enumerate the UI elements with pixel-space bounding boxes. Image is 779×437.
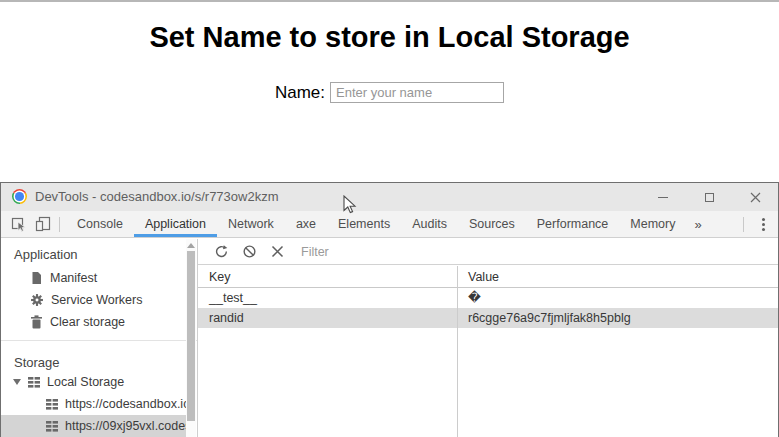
filter-input[interactable]	[301, 245, 501, 259]
tab-application[interactable]: Application	[134, 211, 217, 237]
cell-value[interactable]: r6cgge76a9c7fjmljfak8h5pblg	[457, 308, 778, 328]
tab-console[interactable]: Console	[66, 211, 134, 237]
menu-separator	[743, 217, 744, 232]
disclosure-triangle-icon[interactable]	[13, 379, 21, 385]
column-header-value: Value	[457, 266, 778, 287]
devtools-content: Application Manifest	[1, 239, 778, 437]
local-storage-panel: Key Value __test__ � randid r6cgge76a9c7…	[198, 239, 778, 437]
delete-selected-button[interactable]	[263, 239, 291, 265]
table-header-row: Key Value	[198, 266, 778, 288]
more-tabs-icon[interactable]: »	[686, 211, 709, 237]
sidebar-item-clear-storage[interactable]: Clear storage	[1, 311, 197, 333]
tab-audits[interactable]: Audits	[401, 211, 458, 237]
table-grid-icon	[45, 398, 59, 411]
window-controls	[640, 183, 778, 211]
scroll-up-icon[interactable]	[187, 243, 195, 248]
sidebar-item-local-storage[interactable]: Local Storage	[1, 371, 197, 393]
tab-performance[interactable]: Performance	[526, 211, 620, 237]
table-row-randid[interactable]: randid r6cgge76a9c7fjmljfak8h5pblg	[198, 308, 778, 328]
tabbar-spacer	[710, 211, 739, 237]
document-icon	[30, 271, 43, 285]
screen: Set Name to store in Local Storage Name:…	[0, 0, 779, 437]
sidebar-item-manifest[interactable]: Manifest	[1, 267, 197, 289]
scrollbar-thumb[interactable]	[187, 251, 195, 421]
table-row-test[interactable]: __test__ �	[198, 288, 778, 308]
tab-network[interactable]: Network	[217, 211, 285, 237]
device-toolbar-button[interactable]	[31, 211, 55, 237]
trash-icon	[30, 315, 43, 329]
table-grid-icon	[27, 376, 41, 389]
storage-toolbar	[198, 239, 778, 265]
minimize-button[interactable]	[640, 183, 686, 211]
cell-key[interactable]: __test__	[198, 288, 457, 308]
close-button[interactable]	[732, 183, 778, 211]
column-header-key: Key	[198, 266, 457, 287]
sidebar-section-application: Application	[1, 239, 197, 267]
maximize-button[interactable]	[686, 183, 732, 211]
inspect-element-button[interactable]	[7, 211, 31, 237]
chrome-logo-icon	[12, 189, 27, 204]
refresh-icon	[214, 244, 229, 259]
clear-icon	[271, 245, 284, 258]
block-button[interactable]	[235, 239, 263, 265]
sidebar-scrollbar[interactable]	[186, 239, 196, 437]
cell-value[interactable]: �	[457, 288, 778, 308]
sidebar-item-origin-codesandbox[interactable]: https://codesandbox.io	[1, 393, 187, 415]
column-divider[interactable]	[457, 266, 458, 437]
tab-axe[interactable]: axe	[285, 211, 327, 237]
application-sidebar: Application Manifest	[1, 239, 198, 437]
tab-memory[interactable]: Memory	[619, 211, 686, 237]
inspect-icon	[11, 216, 27, 232]
table-grid-icon	[45, 420, 59, 433]
device-toolbar-icon	[35, 216, 51, 232]
maximize-icon	[705, 193, 714, 202]
viewport-top-edge	[0, 0, 779, 2]
page-heading: Set Name to store in Local Storage	[0, 21, 779, 54]
kebab-menu-icon	[762, 223, 765, 226]
toolbar-separator	[59, 217, 60, 232]
devtools-titlebar: DevTools - codesandbox.io/s/r773ow2kzm	[1, 183, 778, 211]
gear-icon	[30, 293, 44, 307]
minimize-icon	[658, 197, 668, 198]
name-form-row: Name:	[0, 82, 779, 103]
window-title: DevTools - codesandbox.io/s/r773ow2kzm	[35, 183, 279, 211]
block-icon	[242, 244, 257, 259]
refresh-button[interactable]	[207, 239, 235, 265]
sidebar-section-storage: Storage	[1, 341, 197, 371]
sidebar-item-service-workers[interactable]: Service Workers	[1, 289, 197, 311]
mouse-cursor-icon	[343, 195, 357, 215]
devtools-tabbar: Console Application Network axe Elements…	[1, 211, 778, 238]
name-input[interactable]	[330, 82, 504, 103]
tab-elements[interactable]: Elements	[327, 211, 401, 237]
name-label: Name:	[275, 83, 325, 103]
tab-sources[interactable]: Sources	[458, 211, 526, 237]
devtools-window: DevTools - codesandbox.io/s/r773ow2kzm	[0, 182, 779, 437]
close-icon	[750, 192, 761, 203]
overflow-menu-button[interactable]	[750, 211, 776, 237]
sidebar-item-origin-09xj95vxl[interactable]: https://09xj95vxl.codesa	[1, 415, 187, 437]
cell-key[interactable]: randid	[198, 308, 457, 328]
